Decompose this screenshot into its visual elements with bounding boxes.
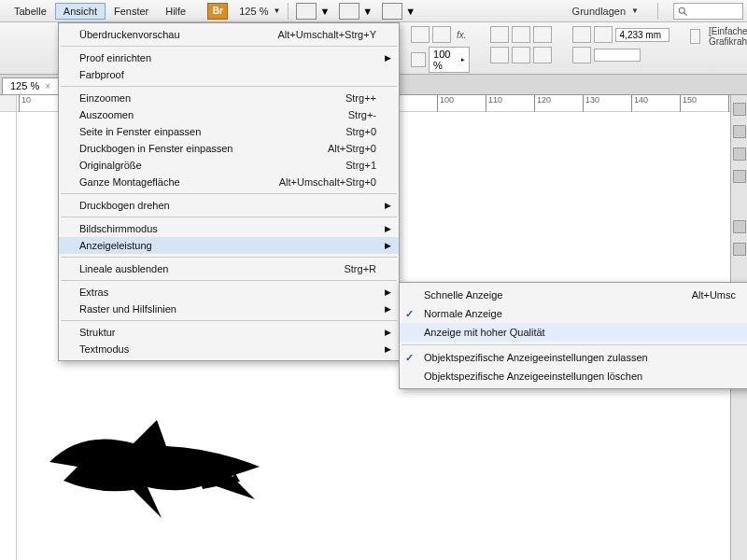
tool-icon[interactable]: [411, 26, 430, 43]
menu-item[interactable]: Seite in Fenster einpassenStrg+0: [59, 123, 399, 140]
submenu-arrow-icon: ▶: [385, 287, 391, 297]
submenu-arrow-icon: ▶: [385, 304, 391, 314]
frame-fit-icon[interactable]: [572, 26, 591, 43]
menu-item[interactable]: Anzeigeleistung▶: [59, 237, 399, 254]
panel-icon[interactable]: [733, 125, 746, 138]
check-icon: ✓: [405, 308, 414, 320]
menu-item[interactable]: Druckbogen in Fenster einpassenAlt+Strg+…: [59, 140, 399, 157]
stroke-style-field[interactable]: [594, 49, 641, 62]
menu-item[interactable]: OriginalgrößeStrg+1: [59, 157, 399, 174]
menu-item[interactable]: Struktur▶: [59, 324, 399, 341]
menu-fenster[interactable]: Fenster: [106, 3, 157, 20]
submenu-item-label: Objektspezifische Anzeigeeinstellungen z…: [424, 352, 648, 363]
menu-item[interactable]: Raster und Hilfslinien▶: [59, 301, 399, 317]
menu-item[interactable]: EinzoomenStrg++: [59, 90, 399, 106]
ruler-tick: 120: [534, 95, 551, 112]
menu-item[interactable]: Ganze MontageflächeAlt+Umschalt+Strg+0: [59, 174, 399, 190]
screen-mode-icon[interactable]: [296, 3, 317, 20]
workspace-switcher[interactable]: Grundlagen▼: [561, 4, 650, 19]
frame-fit-icon[interactable]: [572, 47, 591, 63]
object-style-label[interactable]: [Einfacher Grafikrah: [709, 26, 747, 47]
document-tab[interactable]: 125 % ×: [2, 77, 61, 94]
fx-button[interactable]: fx.: [454, 30, 470, 40]
panel-icon[interactable]: [733, 147, 746, 161]
menu-item[interactable]: Textmodus▶: [59, 341, 399, 357]
dropdown-arrow-icon: ▼: [362, 6, 373, 17]
menu-item-label: Bildschirmmodus: [79, 223, 158, 234]
search-input[interactable]: [673, 3, 743, 20]
zoom-level-top[interactable]: 125 %▼: [239, 6, 280, 17]
panel-icon[interactable]: [733, 220, 746, 233]
panel-icon[interactable]: [733, 170, 746, 183]
arrange-icon[interactable]: [339, 3, 359, 20]
menu-item[interactable]: Bildschirmmodus▶: [59, 220, 399, 237]
menu-item[interactable]: Druckbogen drehen▶: [59, 197, 399, 214]
menu-item[interactable]: Lineale ausblendenStrg+R: [59, 260, 399, 277]
ruler-tick: 130: [583, 95, 599, 112]
panel-icon[interactable]: [733, 243, 746, 256]
menu-item[interactable]: ÜberdruckenvorschauAlt+Umschalt+Strg+Y: [59, 26, 399, 43]
submenu-item[interactable]: Anzeige mit hoher Qualität: [400, 323, 747, 342]
stroke-width-field[interactable]: 4,233 mm: [615, 28, 669, 42]
close-icon[interactable]: ×: [45, 81, 50, 91]
bridge-button[interactable]: Br: [207, 3, 228, 20]
submenu-item[interactable]: ✓Objektspezifische Anzeigeeinstellungen …: [400, 348, 747, 367]
submenu-arrow-icon: ▶: [385, 201, 391, 210]
ruler-origin[interactable]: [0, 95, 17, 112]
menu-item[interactable]: Extras▶: [59, 284, 399, 301]
menu-item-label: Originalgröße: [79, 160, 142, 171]
submenu-item[interactable]: ✓Normale Anzeige: [400, 304, 747, 323]
ruler-tick: 140: [631, 95, 648, 112]
check-icon: ✓: [405, 352, 414, 364]
tool-icon[interactable]: [411, 52, 426, 67]
align-icon[interactable]: [533, 47, 552, 63]
menu-separator: [61, 86, 397, 87]
menu-shortcut: Alt+Strg+0: [328, 143, 376, 154]
view-options-icon[interactable]: [382, 3, 402, 20]
vertical-ruler[interactable]: [0, 112, 17, 560]
shark-graphic[interactable]: [45, 411, 288, 523]
menu-separator: [61, 217, 397, 217]
separator: [657, 3, 658, 20]
menu-shortcut: Strg+1: [345, 160, 376, 171]
menu-hilfe[interactable]: Hilfe: [157, 3, 194, 20]
menu-item-label: Anzeigeleistung: [79, 240, 152, 251]
submenu-item-label: Objektspezifische Anzeigeeinstellungen l…: [424, 371, 642, 382]
align-icon[interactable]: [512, 26, 530, 43]
ruler-tick: 110: [486, 95, 502, 112]
menu-ansicht[interactable]: Ansicht: [55, 3, 106, 20]
menu-tabelle[interactable]: Tabelle: [6, 3, 55, 20]
tool-icon[interactable]: [690, 29, 700, 44]
panel-icon[interactable]: [733, 103, 746, 116]
menu-item[interactable]: Proof einrichten▶: [59, 49, 399, 66]
submenu-item[interactable]: Objektspezifische Anzeigeeinstellungen l…: [400, 367, 747, 385]
align-icon[interactable]: [490, 47, 509, 63]
submenu-arrow-icon: ▶: [385, 224, 391, 233]
menu-item-label: Raster und Hilfslinien: [79, 303, 176, 315]
anzeigeleistung-submenu: Schnelle AnzeigeAlt+Umsc✓Normale Anzeige…: [399, 282, 747, 389]
separator: [288, 3, 289, 20]
submenu-item[interactable]: Schnelle AnzeigeAlt+Umsc: [400, 286, 747, 304]
align-icon[interactable]: [490, 26, 509, 43]
menu-item[interactable]: AuszoomenStrg+-: [59, 106, 399, 123]
menu-separator: [61, 320, 397, 321]
tool-icon[interactable]: [432, 26, 451, 43]
svg-line-1: [684, 12, 687, 15]
menu-separator: [61, 280, 397, 281]
opacity-field[interactable]: 100 %▸: [429, 47, 470, 73]
menu-item-label: Struktur: [79, 327, 116, 338]
dropdown-arrow-icon: ▼: [319, 6, 330, 17]
menu-item-label: Überdruckenvorschau: [79, 29, 180, 40]
align-icon[interactable]: [512, 47, 530, 63]
menu-item-label: Extras: [79, 287, 108, 298]
frame-fit-icon[interactable]: [594, 26, 613, 43]
submenu-arrow-icon: ▶: [385, 53, 391, 63]
menu-item[interactable]: Farbproof: [59, 66, 399, 83]
ruler-tick: 100: [437, 95, 454, 112]
menu-separator: [61, 257, 397, 258]
menu-shortcut: Strg+-: [348, 109, 376, 120]
menu-shortcut: Alt+Umschalt+Strg+Y: [278, 29, 376, 40]
align-icon[interactable]: [533, 26, 552, 43]
submenu-item-label: Normale Anzeige: [424, 308, 502, 319]
submenu-arrow-icon: ▶: [385, 328, 391, 337]
